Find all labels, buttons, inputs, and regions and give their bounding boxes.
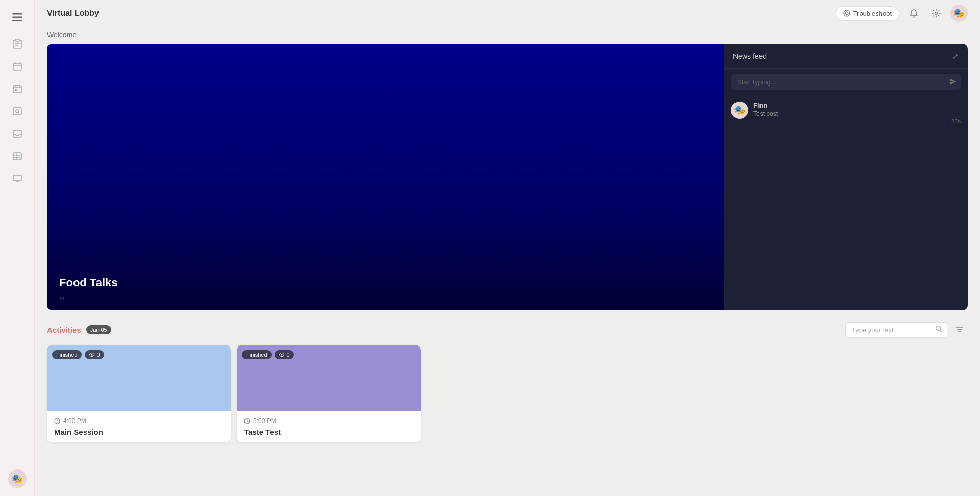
bell-icon bbox=[909, 9, 918, 18]
sidebar-icon-monitor[interactable] bbox=[8, 169, 27, 188]
svg-rect-7 bbox=[13, 63, 21, 70]
news-feed-title: News feed bbox=[733, 52, 767, 60]
svg-rect-1 bbox=[12, 17, 22, 18]
sidebar-icon-clipboard[interactable] bbox=[8, 35, 27, 53]
svg-rect-23 bbox=[13, 175, 21, 181]
activity-card-2[interactable]: Finished 0 bbox=[237, 345, 421, 442]
news-feed-expand-button[interactable]: ⤢ bbox=[952, 52, 959, 60]
settings-button[interactable] bbox=[928, 5, 944, 21]
news-feed-posts: 🎭 Finn Test post 23h bbox=[724, 95, 968, 310]
svg-rect-0 bbox=[12, 13, 22, 15]
page-title: Virtual Lobby bbox=[47, 9, 99, 18]
notification-bell[interactable] bbox=[905, 5, 922, 21]
activity-card-1-time: 4:00 PM bbox=[54, 417, 224, 425]
svg-rect-15 bbox=[15, 89, 17, 91]
sidebar-bottom-avatar[interactable]: 🎭 bbox=[8, 469, 27, 488]
welcome-label: Welcome bbox=[47, 31, 968, 39]
sidebar-icon-calendar-list[interactable] bbox=[8, 57, 27, 76]
main-content: Virtual Lobby Troubleshoot bbox=[35, 0, 980, 496]
post-avatar: 🎭 bbox=[731, 102, 748, 119]
post-time: 23h bbox=[753, 118, 961, 125]
activities-label: Activities bbox=[47, 326, 81, 334]
activity-card-2-badges: Finished 0 bbox=[242, 350, 294, 359]
activities-header: Activities Jan 05 bbox=[47, 321, 968, 338]
post-body: Finn Test post 23h bbox=[753, 102, 961, 125]
post-author-name: Finn bbox=[753, 102, 961, 109]
clock-icon bbox=[54, 418, 60, 424]
svg-point-17 bbox=[16, 110, 19, 113]
video-subtitle: ... bbox=[59, 292, 712, 300]
news-feed-input[interactable] bbox=[731, 74, 961, 90]
activity-card-2-views-badge: 0 bbox=[275, 350, 294, 359]
eye-icon bbox=[89, 353, 95, 357]
svg-rect-4 bbox=[15, 39, 19, 41]
sidebar-icon-calendar[interactable] bbox=[8, 80, 27, 98]
activity-card-2-name: Taste Test bbox=[244, 428, 413, 436]
sidebar-icon-speakers[interactable] bbox=[8, 102, 27, 120]
filter-button[interactable] bbox=[951, 321, 968, 338]
eye-icon bbox=[279, 353, 285, 357]
sidebar: 🎭 bbox=[0, 0, 35, 496]
svg-point-27 bbox=[845, 12, 848, 15]
troubleshoot-button[interactable]: Troubleshoot bbox=[836, 6, 899, 21]
svg-rect-11 bbox=[13, 86, 21, 93]
news-feed-input-wrap bbox=[724, 69, 968, 95]
video-area: Food Talks ... bbox=[47, 44, 724, 310]
sidebar-icon-inbox[interactable] bbox=[8, 125, 27, 143]
menu-icon[interactable] bbox=[8, 8, 27, 27]
svg-line-34 bbox=[940, 330, 942, 332]
activities-grid: Finished 0 bbox=[47, 345, 968, 442]
svg-point-38 bbox=[91, 354, 92, 356]
activity-card-1-views-badge: 0 bbox=[85, 350, 104, 359]
activity-card-2-status-badge: Finished bbox=[242, 350, 272, 359]
troubleshoot-label: Troubleshoot bbox=[853, 10, 892, 17]
post-text: Test post bbox=[753, 110, 961, 117]
news-feed: News feed ⤢ 🎭 Finn bbox=[724, 44, 968, 310]
activity-card-1-status-badge: Finished bbox=[52, 350, 82, 359]
activities-search-input[interactable] bbox=[845, 322, 947, 338]
video-title: Food Talks bbox=[59, 276, 712, 289]
activity-card-2-thumbnail: Finished 0 bbox=[237, 345, 421, 411]
activities-left: Activities Jan 05 bbox=[47, 325, 111, 334]
content-area: Welcome Food Talks ... News feed ⤢ bbox=[35, 27, 980, 496]
activity-card-2-time: 5:00 PM bbox=[244, 417, 413, 425]
activities-search-wrap bbox=[845, 322, 947, 338]
news-feed-header: News feed ⤢ bbox=[724, 44, 968, 69]
lobby-section: Food Talks ... News feed ⤢ bbox=[47, 44, 968, 310]
activity-card-1-thumbnail: Finished 0 bbox=[47, 345, 231, 411]
svg-rect-2 bbox=[12, 20, 22, 21]
activities-right bbox=[845, 321, 968, 338]
header: Virtual Lobby Troubleshoot bbox=[35, 0, 980, 27]
activity-card-1-info: 4:00 PM Main Session bbox=[47, 411, 231, 442]
svg-rect-16 bbox=[13, 108, 21, 115]
gear-icon bbox=[932, 9, 941, 18]
post-item: 🎭 Finn Test post 23h bbox=[731, 102, 961, 125]
svg-point-32 bbox=[935, 12, 938, 15]
activities-date-badge[interactable]: Jan 05 bbox=[86, 325, 111, 334]
svg-rect-19 bbox=[13, 153, 21, 160]
activity-card-1-badges: Finished 0 bbox=[52, 350, 104, 359]
activity-card-1-name: Main Session bbox=[54, 428, 224, 436]
activity-card-2-info: 5:00 PM Taste Test bbox=[237, 411, 421, 442]
svg-point-40 bbox=[281, 354, 282, 356]
clock-icon bbox=[244, 418, 250, 424]
search-icon[interactable] bbox=[935, 325, 942, 334]
header-right: Troubleshoot 🎭 bbox=[836, 5, 968, 22]
news-feed-send-button[interactable] bbox=[949, 78, 957, 86]
svg-rect-18 bbox=[13, 130, 21, 137]
sidebar-icon-table[interactable] bbox=[8, 147, 27, 165]
activity-card-1[interactable]: Finished 0 bbox=[47, 345, 231, 442]
troubleshoot-icon bbox=[843, 10, 850, 17]
user-avatar[interactable]: 🎭 bbox=[950, 5, 968, 22]
